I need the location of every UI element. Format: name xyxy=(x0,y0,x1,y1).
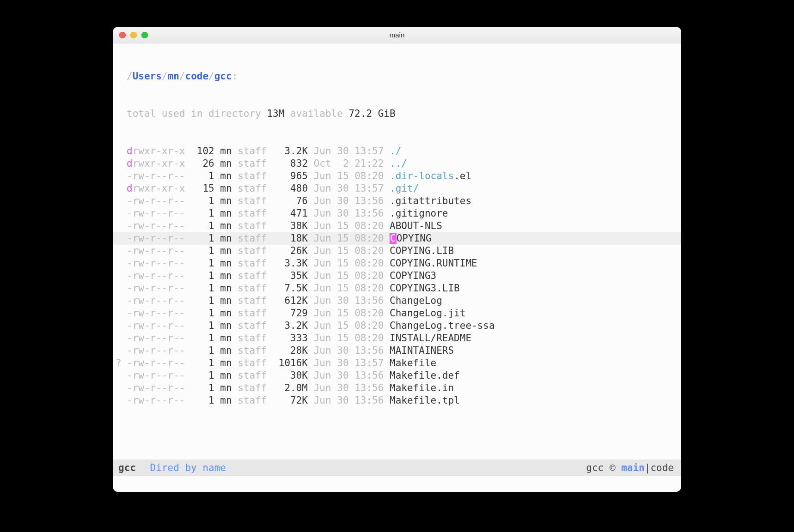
file-name[interactable]: Makefile.in xyxy=(390,382,454,393)
file-name[interactable]: COPYING3.LIB xyxy=(390,283,460,294)
dired-entry[interactable]: -rw-r--r-- 1 mn staff 35K Jun 15 08:20 C… xyxy=(113,270,681,282)
file-name[interactable]: ABOUT-NLS xyxy=(390,220,442,231)
file-name[interactable]: Makefile.tpl xyxy=(390,395,460,406)
file-name[interactable]: Makefile xyxy=(390,357,436,369)
dired-entry[interactable]: -rw-r--r-- 1 mn staff 30K Jun 30 13:56 M… xyxy=(113,369,681,382)
dir-flag-icon: d xyxy=(127,145,133,157)
window-title: main xyxy=(113,31,681,39)
dired-entry[interactable]: -rw-r--r-- 1 mn staff 965 Jun 15 08:20 .… xyxy=(113,170,681,182)
file-name[interactable]: .dir-locals xyxy=(390,170,454,181)
path-segment[interactable]: gcc xyxy=(214,71,232,82)
modeline-left: gcc Dired by name xyxy=(118,459,226,476)
file-name[interactable]: ./ xyxy=(390,145,401,157)
dired-entry[interactable]: -rw-r--r-- 1 mn staff 729 Jun 15 08:20 C… xyxy=(113,307,681,320)
dired-entry[interactable]: -rw-r--r-- 1 mn staff 333 Jun 15 08:20 I… xyxy=(113,332,681,345)
file-name[interactable]: .gitignore xyxy=(390,208,448,219)
dir-flag-icon: d xyxy=(127,158,133,169)
dired-buffer[interactable]: /Users/mn/code/gcc: total used in direct… xyxy=(113,43,681,459)
dired-entry[interactable]: -rw-r--r-- 1 mn staff 612K Jun 30 13:56 … xyxy=(113,295,681,307)
modeline-tail: code xyxy=(650,462,674,473)
dired-entry[interactable]: -rw-r--r-- 1 mn staff 72K Jun 30 13:56 M… xyxy=(113,394,681,407)
modeline-buffer-name: gcc xyxy=(118,462,136,473)
dired-entry[interactable]: -rw-r--r-- 1 mn staff 28K Jun 30 13:56 M… xyxy=(113,345,681,357)
dired-entry[interactable]: -rw-r--r-- 1 mn staff 76 Jun 30 13:56 .g… xyxy=(113,195,681,207)
dired-summary: total used in directory 13M available 72… xyxy=(113,108,681,120)
dired-entry[interactable]: -rw-r--r-- 1 mn staff 38K Jun 15 08:20 A… xyxy=(113,220,681,232)
dired-listing: drwxr-xr-x 102 mn staff 3.2K Jun 30 13:5… xyxy=(113,145,681,407)
file-name[interactable]: COPYING.LIB xyxy=(390,245,454,256)
file-name[interactable]: COPYING.RUNTIME xyxy=(390,258,477,269)
echo-area[interactable] xyxy=(113,476,681,492)
file-name[interactable]: MAINTAINERS xyxy=(390,345,454,356)
dired-entry[interactable]: -rw-r--r-- 1 mn staff 2.0M Jun 30 13:56 … xyxy=(113,382,681,394)
dired-entry[interactable]: -rw-r--r-- 1 mn staff 7.5K Jun 15 08:20 … xyxy=(113,282,681,295)
path-segment[interactable]: mn xyxy=(168,71,179,82)
file-name[interactable]: .gitattributes xyxy=(390,195,471,206)
file-name[interactable]: ChangeLog.jit xyxy=(390,308,465,319)
modeline-mode: Dired by name xyxy=(150,462,226,473)
dired-entry[interactable]: drwxr-xr-x 102 mn staff 3.2K Jun 30 13:5… xyxy=(113,145,681,157)
file-name[interactable]: .git xyxy=(390,183,413,194)
modeline-project: gcc xyxy=(586,462,604,473)
path-segment[interactable]: code xyxy=(185,71,208,82)
dired-entry[interactable]: -rw-r--r-- 1 mn staff 18K Jun 15 08:20 C… xyxy=(113,232,681,245)
modeline[interactable]: gcc Dired by name gcc © main|code xyxy=(113,459,681,476)
dired-entry[interactable]: -rw-r--r-- 1 mn staff 3.3K Jun 15 08:20 … xyxy=(113,257,681,270)
dired-entry[interactable]: -rw-r--r-- 1 mn staff 3.2K Jun 15 08:20 … xyxy=(113,320,681,332)
file-name[interactable]: ChangeLog xyxy=(390,295,442,306)
modeline-branch: main xyxy=(621,462,645,473)
path-segment[interactable]: Users xyxy=(133,71,162,82)
modeline-right: gcc © main|code xyxy=(586,459,674,476)
dired-entry[interactable]: drwxr-xr-x 15 mn staff 480 Jun 30 13:57 … xyxy=(113,182,681,195)
emacs-window: main /Users/mn/code/gcc: total used in d… xyxy=(113,27,681,492)
vc-glyph: © xyxy=(610,462,616,473)
modeline-sep: | xyxy=(645,462,651,473)
file-name[interactable]: Makefile.def xyxy=(390,370,460,381)
dired-entry[interactable]: -rw-r--r-- 1 mn staff 26K Jun 15 08:20 C… xyxy=(113,245,681,257)
dired-path: /Users/mn/code/gcc: xyxy=(113,70,681,83)
cutoff-row: -rw-r--r-- 1 mn staff 1.1K Jun 15 08:20 … xyxy=(113,432,681,435)
dired-entry[interactable]: ?-rw-r--r-- 1 mn staff 1016K Jun 30 13:5… xyxy=(113,357,681,369)
titlebar[interactable]: main xyxy=(113,27,681,43)
file-name[interactable]: ../ xyxy=(390,158,407,169)
dired-entry[interactable]: -rw-r--r-- 1 mn staff 471 Jun 30 13:56 .… xyxy=(113,207,681,220)
file-name[interactable]: COPYING3 xyxy=(390,270,436,281)
file-name[interactable]: ChangeLog.tree-ssa xyxy=(390,320,495,331)
point-cursor: C xyxy=(390,233,397,244)
fringe-indicator: ? xyxy=(116,357,122,369)
dir-flag-icon: d xyxy=(127,183,133,194)
file-name[interactable]: INSTALL/README xyxy=(390,332,471,344)
dired-entry[interactable]: drwxr-xr-x 26 mn staff 832 Oct 2 21:22 .… xyxy=(113,157,681,170)
